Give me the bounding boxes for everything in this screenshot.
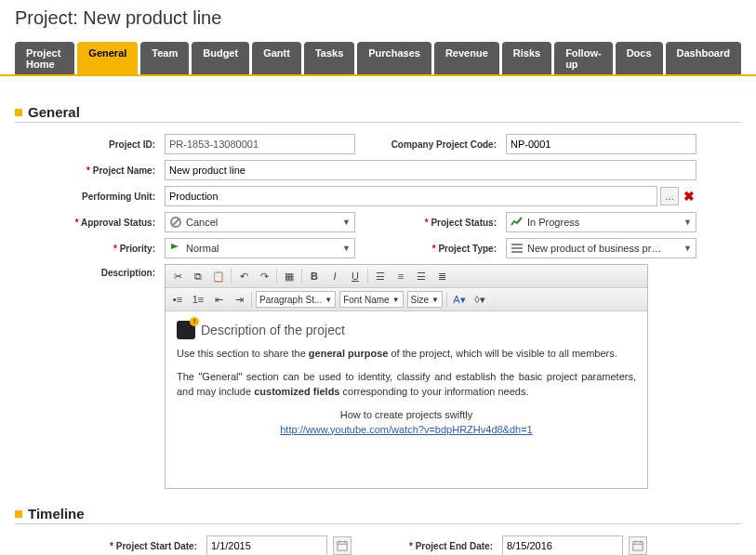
copy-icon[interactable]: ⧉ [190, 268, 206, 284]
tab-follow-up[interactable]: Follow-up [554, 42, 613, 74]
project-start-calendar-button[interactable] [333, 536, 351, 555]
tab-team[interactable]: Team [140, 42, 189, 74]
cut-icon[interactable]: ✂ [169, 268, 186, 284]
indent-icon[interactable]: ⇥ [231, 291, 247, 308]
project-end-input[interactable] [502, 535, 623, 555]
description-heading-text: Description of the project [201, 323, 345, 337]
label-project-status: Project Status: [361, 218, 500, 228]
section-title-timeline: Timeline [28, 506, 85, 522]
italic-icon[interactable]: I [326, 268, 343, 284]
section-general: General Project ID: Company Project Code… [15, 104, 741, 489]
tab-bar: Project HomeGeneralTeamBudgetGanttTasksP… [0, 42, 756, 76]
company-code-input[interactable] [506, 134, 696, 154]
project-status-value: In Progress [527, 217, 579, 228]
caret-icon: ▼ [342, 218, 351, 227]
p1b: general purpose [309, 348, 389, 359]
project-id-field [165, 134, 355, 154]
performing-unit-clear-button[interactable]: ✖ [682, 189, 696, 204]
tab-tasks[interactable]: Tasks [304, 42, 354, 74]
editor-toolbar-row-2: •≡ 1≡ ⇤ ⇥ Paragraph St...▼ Font Name▼ Si… [166, 288, 647, 311]
font-name-value: Font Name [343, 295, 389, 305]
label-project-type: Project Type: [361, 244, 500, 254]
label-description: Description: [15, 264, 159, 278]
label-project-end: Project End Date: [366, 541, 497, 551]
tab-docs[interactable]: Docs [616, 42, 663, 74]
svg-rect-3 [511, 247, 523, 249]
section-title-general: General [28, 104, 80, 120]
editor-content[interactable]: Description of the project Use this sect… [166, 311, 647, 488]
avatar-alert-icon [177, 321, 195, 339]
number-list-icon[interactable]: 1≡ [190, 291, 206, 308]
editor-toolbar-row-1: ✂ ⧉ 📋 ↶ ↷ ▦ B I U ☰ ≡ ☰ ≣ [166, 265, 647, 288]
tab-purchases[interactable]: Purchases [357, 42, 431, 74]
align-left-icon[interactable]: ☰ [372, 268, 389, 284]
general-form: Project ID: Company Project Code: Projec… [15, 134, 741, 258]
outdent-icon[interactable]: ⇤ [210, 291, 227, 308]
paste-icon[interactable]: 📋 [210, 268, 227, 284]
undo-icon[interactable]: ↶ [235, 268, 252, 284]
tab-risks[interactable]: Risks [502, 42, 551, 74]
label-approval-status: Approval Status: [15, 218, 159, 228]
p1c: of the project, which will be visible to… [388, 348, 617, 359]
description-link-block: How to create projects swiftly http://ww… [177, 408, 636, 437]
align-center-icon[interactable]: ≡ [392, 268, 409, 284]
svg-rect-5 [338, 542, 347, 550]
p2b: customized fields [254, 386, 339, 397]
label-priority: Priority: [15, 244, 159, 254]
redo-icon[interactable]: ↷ [256, 268, 272, 284]
font-name-select[interactable]: Font Name▼ [339, 291, 403, 308]
separator [276, 269, 277, 284]
tab-budget[interactable]: Budget [192, 42, 249, 74]
caret-icon: ▼ [683, 244, 692, 253]
list-icon [511, 242, 524, 255]
highlight-color-icon[interactable]: ◊▾ [471, 291, 488, 308]
tab-general[interactable]: General [77, 42, 138, 74]
underline-icon[interactable]: U [347, 268, 364, 284]
link-caption: How to create projects swiftly [340, 409, 472, 420]
align-right-icon[interactable]: ☰ [413, 268, 430, 284]
separator [446, 292, 447, 307]
priority-select[interactable]: Normal ▼ [165, 238, 355, 258]
bold-icon[interactable]: B [306, 268, 323, 284]
svg-rect-4 [511, 251, 523, 253]
svg-rect-9 [633, 542, 643, 550]
rich-text-editor: ✂ ⧉ 📋 ↶ ↷ ▦ B I U ☰ ≡ ☰ ≣ [165, 264, 648, 489]
font-size-select[interactable]: Size▼ [407, 291, 443, 308]
approval-status-select[interactable]: Cancel ▼ [165, 212, 355, 232]
svg-rect-2 [511, 244, 523, 245]
timeline-form: Project Start Date: Project End Date: Du… [15, 535, 741, 555]
page-title: Project: New product line [0, 0, 756, 42]
project-end-calendar-button[interactable] [629, 536, 647, 555]
bullet-list-icon[interactable]: •≡ [169, 291, 186, 308]
separator [231, 269, 232, 284]
label-project-start: Project Start Date: [15, 541, 201, 551]
tab-gantt[interactable]: Gantt [252, 42, 301, 74]
align-justify-icon[interactable]: ≣ [433, 268, 450, 284]
approval-status-value: Cancel [186, 217, 218, 228]
description-heading: Description of the project [177, 321, 636, 339]
performing-unit-lookup-button[interactable]: … [660, 187, 679, 205]
youtube-link[interactable]: http://www.youtube.com/watch?v=bdpHRZHv4… [280, 424, 532, 435]
label-project-name: Project Name: [15, 165, 159, 176]
description-paragraph-2: The "General" section can be used to ide… [177, 370, 636, 399]
separator [301, 269, 302, 284]
caret-icon: ▼ [342, 244, 351, 253]
table-icon[interactable]: ▦ [281, 268, 298, 284]
label-company-code: Company Project Code: [361, 139, 500, 150]
project-start-input[interactable] [206, 535, 327, 555]
project-type-select[interactable]: New product of business proc... ▼ [506, 238, 696, 258]
font-color-icon[interactable]: A▾ [451, 291, 468, 308]
page-title-prefix: Project: [15, 7, 83, 28]
project-name-input[interactable] [165, 160, 696, 180]
performing-unit-input[interactable] [165, 186, 657, 206]
paragraph-style-select[interactable]: Paragraph St...▼ [256, 291, 336, 308]
priority-normal-icon [169, 242, 182, 255]
tab-revenue[interactable]: Revenue [434, 42, 499, 74]
calendar-icon [337, 540, 348, 551]
tab-dashboard[interactable]: Dashboard [666, 42, 741, 74]
page-title-name: New product line [83, 7, 221, 28]
project-status-select[interactable]: In Progress ▼ [506, 212, 696, 232]
in-progress-icon [511, 216, 524, 229]
svg-line-1 [172, 218, 179, 226]
tab-project-home[interactable]: Project Home [15, 42, 74, 74]
